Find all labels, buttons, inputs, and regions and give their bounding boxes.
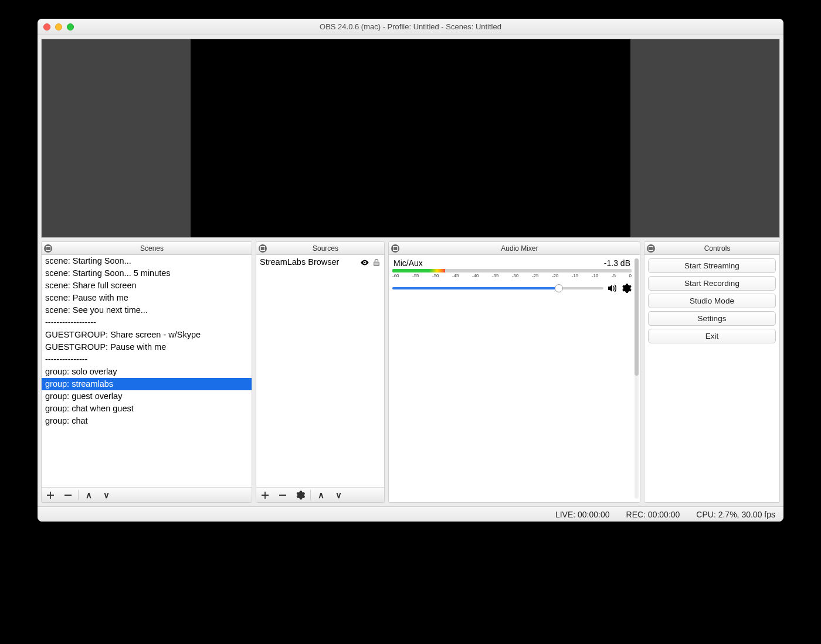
scene-item[interactable]: GUESTGROUP: Share screen - w/Skype	[42, 329, 252, 341]
source-properties-button[interactable]	[291, 488, 309, 503]
titlebar[interactable]: OBS 24.0.6 (mac) - Profile: Untitled - S…	[38, 19, 783, 35]
speaker-icon[interactable]	[607, 283, 618, 294]
sources-header[interactable]: Sources	[256, 242, 384, 255]
move-scene-up-button[interactable]: ∧	[80, 488, 97, 503]
vu-ticks: -60-55-50-45-40-35-30-25-20-15-10-50	[392, 273, 632, 278]
scenes-panel: Scenes scene: Starting Soon...scene: Sta…	[41, 241, 252, 503]
add-scene-button[interactable]	[42, 488, 59, 503]
status-bar: LIVE: 00:00:00 REC: 00:00:00 CPU: 2.7%, …	[38, 506, 783, 522]
controls-header[interactable]: Controls	[644, 242, 779, 255]
controls-body: Start StreamingStart RecordingStudio Mod…	[644, 255, 779, 347]
volume-slider-row	[392, 283, 632, 294]
scenes-footer: ∧ ∨	[42, 487, 252, 502]
remove-source-button[interactable]	[274, 488, 291, 503]
preview-area[interactable]	[41, 39, 780, 238]
app-window: OBS 24.0.6 (mac) - Profile: Untitled - S…	[38, 19, 783, 522]
scene-item[interactable]: group: guest overlay	[42, 390, 252, 403]
preview-canvas[interactable]	[191, 39, 630, 237]
volume-thumb[interactable]	[555, 284, 563, 292]
move-source-down-button[interactable]: ∨	[330, 488, 347, 503]
exit-button[interactable]: Exit	[648, 329, 776, 343]
status-rec: REC: 00:00:00	[626, 510, 680, 519]
popout-icon[interactable]	[44, 244, 52, 253]
sources-title: Sources	[267, 244, 384, 253]
status-live: LIVE: 00:00:00	[555, 510, 610, 519]
sources-panel: Sources StreamLabs Browser ∧ ∨	[256, 241, 385, 503]
popout-icon[interactable]	[391, 244, 399, 253]
mixer-title: Audio Mixer	[399, 244, 640, 253]
scene-item[interactable]: scene: Share full screen	[42, 280, 252, 292]
status-cpu: CPU: 2.7%, 30.00 fps	[696, 510, 775, 519]
scene-item[interactable]: scene: Starting Soon... 5 minutes	[42, 267, 252, 280]
scene-item[interactable]: scene: See you next time...	[42, 304, 252, 316]
scene-item[interactable]: group: streamlabs	[42, 378, 252, 390]
panels-row: Scenes scene: Starting Soon...scene: Sta…	[38, 241, 783, 506]
scene-item[interactable]: scene: Pause with me	[42, 292, 252, 304]
remove-scene-button[interactable]	[59, 488, 77, 503]
source-item[interactable]: StreamLabs Browser	[256, 255, 384, 270]
scene-item[interactable]: scene: Starting Soon...	[42, 255, 252, 267]
visibility-toggle-icon[interactable]	[361, 258, 369, 267]
start-recording-button[interactable]: Start Recording	[648, 276, 776, 291]
settings-button[interactable]: Settings	[648, 311, 776, 326]
gear-icon[interactable]	[621, 283, 632, 294]
volume-slider[interactable]	[392, 287, 603, 289]
scene-item[interactable]: ------------------	[42, 316, 252, 329]
sources-footer: ∧ ∨	[256, 487, 384, 502]
scene-item[interactable]: group: chat when guest	[42, 403, 252, 415]
channel-db: -1.3 dB	[604, 258, 630, 268]
minimize-window-button[interactable]	[55, 23, 62, 30]
close-window-button[interactable]	[43, 23, 50, 30]
lock-toggle-icon[interactable]	[372, 258, 381, 267]
mixer-scrollbar[interactable]	[635, 258, 639, 499]
mixer-header[interactable]: Audio Mixer	[389, 242, 640, 255]
mixer-body: Mic/Aux -1.3 dB -60-55-50-45-40-35-30-25…	[389, 255, 640, 502]
scene-item[interactable]: group: chat	[42, 415, 252, 427]
traffic-lights	[43, 23, 74, 30]
separator	[78, 490, 79, 500]
scenes-title: Scenes	[52, 244, 252, 253]
add-source-button[interactable]	[256, 488, 274, 503]
studio-mode-button[interactable]: Studio Mode	[648, 294, 776, 308]
controls-title: Controls	[655, 244, 779, 253]
move-scene-down-button[interactable]: ∨	[97, 488, 115, 503]
window-title: OBS 24.0.6 (mac) - Profile: Untitled - S…	[38, 22, 783, 31]
separator	[310, 490, 311, 500]
mixer-channel-header: Mic/Aux -1.3 dB	[392, 258, 632, 268]
source-label: StreamLabs Browser	[260, 257, 357, 268]
popout-icon[interactable]	[259, 244, 267, 253]
vu-meter: -60-55-50-45-40-35-30-25-20-15-10-50	[392, 269, 632, 278]
scenes-list[interactable]: scene: Starting Soon...scene: Starting S…	[42, 255, 252, 487]
move-source-up-button[interactable]: ∧	[312, 488, 330, 503]
channel-name: Mic/Aux	[393, 258, 423, 268]
scenes-header[interactable]: Scenes	[42, 242, 252, 255]
start-streaming-button[interactable]: Start Streaming	[648, 258, 776, 273]
sources-list[interactable]: StreamLabs Browser	[256, 255, 384, 487]
controls-panel: Controls Start StreamingStart RecordingS…	[644, 241, 780, 503]
scene-item[interactable]: GUESTGROUP: Pause with me	[42, 341, 252, 353]
scene-item[interactable]: group: solo overlay	[42, 366, 252, 378]
scene-item[interactable]: ---------------	[42, 353, 252, 366]
zoom-window-button[interactable]	[67, 23, 74, 30]
svg-rect-3	[374, 262, 379, 265]
audio-mixer-panel: Audio Mixer Mic/Aux -1.3 dB -60-55-50-45…	[388, 241, 640, 503]
popout-icon[interactable]	[647, 244, 655, 253]
